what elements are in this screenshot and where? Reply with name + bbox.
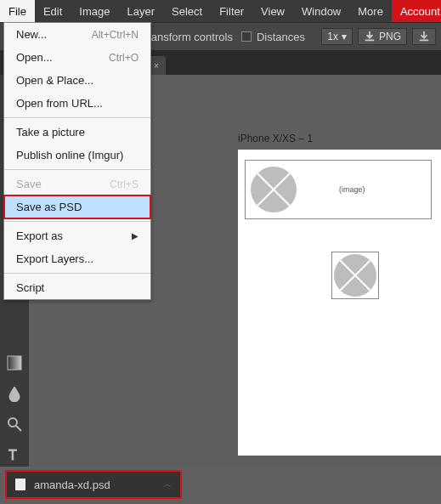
file-take-picture[interactable]: Take a picture — [4, 121, 150, 144]
image-placeholder-group[interactable]: (image) — [245, 160, 432, 219]
shortcut-label: Ctrl+O — [109, 52, 139, 64]
chevron-up-icon[interactable]: ︿ — [163, 479, 172, 490]
export-more-button[interactable] — [412, 28, 436, 45]
export-png-button[interactable]: PNG — [358, 28, 407, 45]
menu-image[interactable]: Image — [71, 0, 118, 22]
svg-rect-2 — [8, 356, 21, 370]
menu-more[interactable]: More — [349, 0, 392, 22]
file-menu-dropdown: New...Alt+Ctrl+N Open...Ctrl+O Open & Pl… — [3, 22, 151, 300]
image-placeholder-icon — [251, 167, 297, 212]
project-bar[interactable]: amanda-xd.psd ︿ — [5, 470, 182, 499]
menu-window[interactable]: Window — [293, 0, 349, 22]
svg-point-3 — [8, 418, 17, 427]
menu-separator — [4, 117, 150, 118]
file-script[interactable]: Script — [4, 276, 150, 299]
account-button[interactable]: Account — [392, 0, 441, 22]
menu-separator — [4, 169, 150, 170]
artboard-name[interactable]: iPhone X/XS – 1 — [238, 133, 313, 144]
menu-filter[interactable]: Filter — [211, 0, 252, 22]
image-placeholder-icon — [334, 254, 376, 297]
menu-edit[interactable]: Edit — [35, 0, 71, 22]
image-placeholder-caption: (image) — [339, 185, 365, 194]
zoom-select[interactable]: 1x ▾ — [321, 28, 353, 45]
gradient-tool-icon[interactable] — [3, 352, 25, 374]
chevron-down-icon: ▾ — [342, 31, 347, 42]
svg-line-4 — [16, 426, 21, 431]
artboard[interactable]: (image) — [238, 150, 441, 456]
file-save: SaveCtrl+S — [4, 173, 150, 195]
zoom-tool-icon[interactable] — [3, 413, 25, 435]
file-new[interactable]: New...Alt+Ctrl+N — [4, 23, 150, 46]
menu-file[interactable]: File — [0, 0, 35, 22]
blur-tool-icon[interactable] — [3, 382, 25, 405]
image-placeholder-single[interactable] — [331, 252, 379, 299]
svg-rect-0 — [365, 40, 375, 42]
menu-view[interactable]: View — [252, 0, 293, 22]
file-open-url[interactable]: Open from URL... — [4, 92, 150, 115]
menubar: File Edit Image Layer Select Filter View… — [0, 0, 441, 22]
type-tool-icon[interactable]: T — [3, 444, 25, 466]
file-export-layers[interactable]: Export Layers... — [4, 247, 150, 270]
menu-separator — [4, 273, 150, 274]
project-filename: amanda-xd.psd — [34, 479, 110, 491]
menu-select[interactable]: Select — [163, 0, 211, 22]
file-open[interactable]: Open...Ctrl+O — [4, 46, 150, 69]
transform-controls-label: Transform controls — [141, 31, 233, 43]
file-publish-imgur[interactable]: Publish online (Imgur) — [4, 144, 150, 167]
close-icon[interactable]: × — [154, 60, 159, 71]
menu-separator — [4, 221, 150, 222]
shortcut-label: Alt+Ctrl+N — [92, 29, 139, 41]
document-icon — [15, 479, 25, 490]
submenu-caret-icon: ▶ — [132, 231, 139, 241]
download-icon — [364, 31, 376, 42]
file-export-as[interactable]: Export as▶ — [4, 224, 150, 247]
download-icon — [418, 31, 430, 42]
file-open-place[interactable]: Open & Place... — [4, 69, 150, 92]
distances-label: Distances — [257, 31, 305, 43]
svg-rect-1 — [420, 40, 429, 42]
menu-layer[interactable]: Layer — [119, 0, 164, 22]
shortcut-label: Ctrl+S — [110, 178, 139, 190]
file-save-as-psd[interactable]: Save as PSD — [4, 195, 150, 218]
distances-checkbox[interactable] — [241, 31, 252, 42]
svg-text:T: T — [8, 448, 17, 462]
